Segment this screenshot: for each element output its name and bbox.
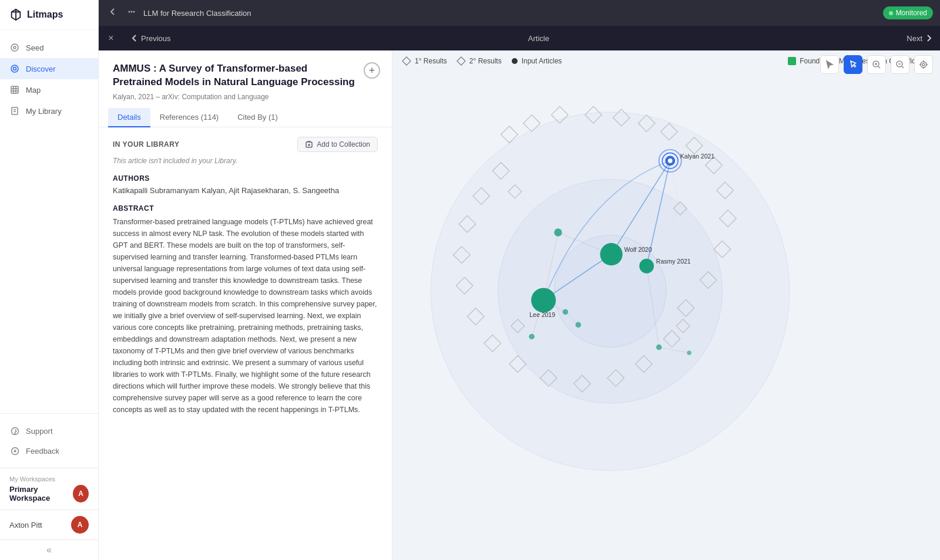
cursor-tool-button[interactable] xyxy=(844,55,862,74)
topbar: LLM for Research Classification Monitore… xyxy=(99,0,940,26)
tab-references[interactable]: References (114) xyxy=(150,108,228,127)
add-to-collection-button[interactable]: Add to Collection xyxy=(297,137,378,152)
article-nav-center-label: Article xyxy=(178,34,900,43)
legend-first-results-label: 1° Results xyxy=(415,57,447,65)
tab-details[interactable]: Details xyxy=(108,108,150,127)
main-area: LLM for Research Classification Monitore… xyxy=(99,0,940,560)
article-header: AMMUS : A Survey of Transformer-based Pr… xyxy=(99,50,392,108)
collapse-sidebar-button[interactable]: « xyxy=(0,539,98,560)
svg-text:Wolf 2020: Wolf 2020 xyxy=(624,247,652,253)
found-in-color-swatch xyxy=(788,57,796,65)
svg-point-94 xyxy=(531,288,556,312)
topbar-title: LLM for Research Classification xyxy=(143,9,878,18)
workspace-label: My Workspaces xyxy=(9,475,89,483)
sidebar-item-feedback[interactable]: Feedback xyxy=(0,441,98,461)
svg-marker-21 xyxy=(402,57,411,65)
workspace-name: Primary Workspace A xyxy=(9,485,89,502)
input-articles-icon xyxy=(511,58,518,65)
article-title: AMMUS : A Survey of Transformer-based Pr… xyxy=(113,62,378,89)
svg-point-99 xyxy=(529,334,535,340)
litmaps-logo-icon xyxy=(9,8,22,21)
user-section: Axton Pitt A xyxy=(0,510,98,539)
svg-point-17 xyxy=(133,11,135,13)
article-nav-close-button[interactable]: × xyxy=(99,26,123,50)
sidebar-bottom: Support Feedback xyxy=(0,413,98,468)
sidebar-nav: Seed Discover Map My Library xyxy=(0,30,98,413)
topbar-back-button[interactable] xyxy=(106,5,120,21)
article-tabs: Details References (114) Cited By (1) xyxy=(99,108,392,127)
sidebar-item-map[interactable]: Map xyxy=(0,79,98,100)
library-label: IN YOUR LIBRARY xyxy=(113,140,180,149)
svg-text:Lee 2019: Lee 2019 xyxy=(529,312,555,318)
library-icon xyxy=(9,106,20,116)
svg-point-2 xyxy=(11,65,18,72)
second-results-icon xyxy=(456,56,466,66)
svg-point-101 xyxy=(687,350,691,355)
sidebar-item-seed-label: Seed xyxy=(26,43,43,52)
feedback-label: Feedback xyxy=(26,447,59,456)
pointer-tool-button[interactable] xyxy=(820,55,839,74)
sidebar: Litmaps Seed Discover Map My Library xyxy=(0,0,99,560)
zoom-in-button[interactable] xyxy=(867,55,886,74)
support-icon xyxy=(9,426,20,436)
user-name: Axton Pitt xyxy=(9,521,66,529)
svg-marker-22 xyxy=(457,57,465,65)
graph-panel: 1° Results 2° Results Input Articles Fou… xyxy=(392,50,940,560)
article-nav-bar: × Previous Article Next xyxy=(99,26,940,50)
legend-input-articles: Input Articles xyxy=(511,57,562,65)
article-nav-prev-button[interactable]: Previous xyxy=(123,26,178,50)
svg-point-96 xyxy=(554,228,562,236)
article-panel: AMMUS : A Survey of Transformer-based Pr… xyxy=(99,50,392,560)
seed-icon xyxy=(9,42,20,53)
workspace-avatar: A xyxy=(73,485,89,502)
monitored-badge: Monitored xyxy=(883,6,933,19)
svg-point-0 xyxy=(11,44,18,51)
svg-point-3 xyxy=(14,68,16,70)
legend-first-results: 1° Results xyxy=(402,56,447,66)
svg-point-97 xyxy=(563,309,569,315)
sidebar-item-seed[interactable]: Seed xyxy=(0,37,98,58)
workspace-section: My Workspaces Primary Workspace A xyxy=(0,468,98,510)
svg-point-16 xyxy=(131,11,133,13)
authors-text: Katikapalli Subramanyam Kalyan, Ajit Raj… xyxy=(113,186,378,195)
svg-line-29 xyxy=(902,66,904,68)
svg-rect-4 xyxy=(11,86,18,93)
graph-tools xyxy=(820,55,933,74)
svg-point-1 xyxy=(14,46,16,49)
content-split: AMMUS : A Survey of Transformer-based Pr… xyxy=(99,50,940,560)
discover-icon xyxy=(9,63,20,74)
monitored-dot xyxy=(889,11,893,15)
sidebar-item-discover[interactable]: Discover xyxy=(0,58,98,79)
svg-point-23 xyxy=(512,58,518,64)
svg-point-100 xyxy=(656,345,662,350)
zoom-out-button[interactable] xyxy=(891,55,909,74)
article-nav-next-button[interactable]: Next xyxy=(899,26,940,50)
legend-second-results-label: 2° Results xyxy=(469,57,502,65)
svg-line-25 xyxy=(878,66,880,68)
svg-point-31 xyxy=(921,62,926,68)
svg-point-88 xyxy=(668,158,673,163)
target-button[interactable] xyxy=(914,55,933,74)
not-in-library-text: This article isn't included in your Libr… xyxy=(113,157,378,165)
article-meta: Kalyan, 2021 – arXiv: Computation and La… xyxy=(113,93,378,101)
authors-heading: AUTHORS xyxy=(113,174,378,183)
abstract-text: Transformer-based pretrained language mo… xyxy=(113,216,378,416)
feedback-icon xyxy=(9,446,20,456)
tab-cited-by[interactable]: Cited By (1) xyxy=(228,108,287,127)
topbar-more-button[interactable] xyxy=(125,5,139,21)
first-results-icon xyxy=(402,56,411,66)
sidebar-item-support[interactable]: Support xyxy=(0,421,98,441)
svg-point-90 xyxy=(600,243,622,265)
svg-point-92 xyxy=(639,259,654,274)
sidebar-item-my-library[interactable]: My Library xyxy=(0,100,98,122)
svg-text:Rasmy 2021: Rasmy 2021 xyxy=(656,258,691,265)
svg-point-32 xyxy=(922,63,925,66)
article-body: IN YOUR LIBRARY Add to Collection This a… xyxy=(99,127,392,425)
sidebar-logo: Litmaps xyxy=(0,0,98,30)
user-avatar: A xyxy=(71,516,89,534)
library-section: IN YOUR LIBRARY Add to Collection xyxy=(113,137,378,152)
add-article-button[interactable]: + xyxy=(364,62,380,79)
abstract-heading: ABSTRACT xyxy=(113,204,378,212)
legend-second-results: 2° Results xyxy=(456,56,502,66)
svg-rect-9 xyxy=(12,107,18,114)
